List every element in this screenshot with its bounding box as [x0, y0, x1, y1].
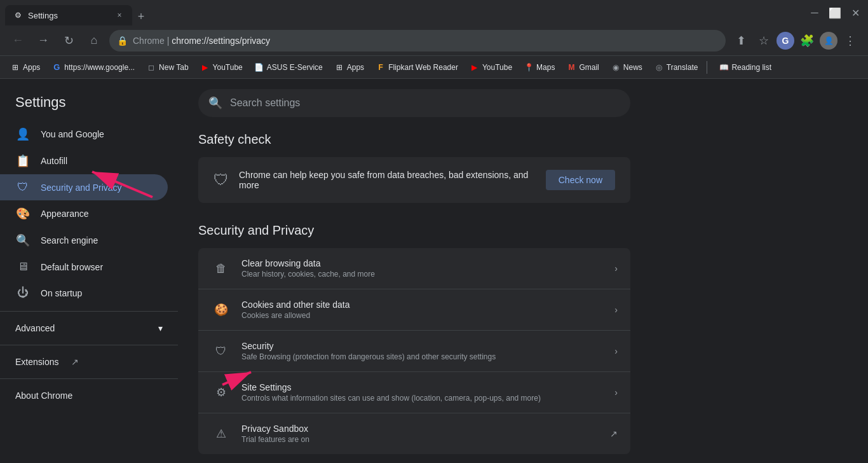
sidebar-item-search-engine[interactable]: 🔍 Search engine	[0, 227, 168, 254]
extensions-external-icon: ↗	[71, 357, 79, 367]
bookmark-asus-label: ASUS E-Service	[267, 63, 323, 72]
address-text: Chrome | chrome://settings/privacy	[133, 36, 718, 46]
bookmark-maps-label: Maps	[536, 63, 555, 72]
sidebar-item-extensions[interactable]: Extensions ↗	[0, 350, 178, 373]
settings-item-privacy-sandbox[interactable]: ⚠ Privacy Sandbox Trial features are on …	[198, 413, 630, 454]
sidebar-item-security-privacy[interactable]: 🛡 Security and Privacy	[0, 174, 168, 200]
settings-item-security[interactable]: 🛡 Security Safe Browsing (protection fro…	[198, 331, 630, 372]
bookmark-news[interactable]: ◉ News	[606, 60, 648, 75]
refresh-button[interactable]: ↻	[58, 31, 79, 51]
safety-check-text: Chrome can help keep you safe from data …	[239, 170, 536, 190]
sidebar-item-about-chrome[interactable]: About Chrome	[0, 384, 168, 407]
startup-icon: ⏻	[15, 286, 31, 300]
bookmark-reading-label: Reading list	[731, 63, 771, 72]
new-tab-button[interactable]: +	[132, 8, 150, 25]
privacy-sandbox-icon: ⚠	[211, 424, 231, 444]
extensions-label: Extensions	[15, 357, 58, 367]
security-shield-icon: 🛡	[211, 341, 231, 361]
reading-list-icon: 📖	[719, 62, 729, 73]
minimize-button[interactable]: ─	[807, 5, 822, 20]
sidebar-item-autofill[interactable]: 📋 Autofill	[0, 148, 168, 174]
tab-favicon: ⚙	[13, 10, 23, 20]
settings-sidebar: Settings 👤 You and Google 📋 Autofill 🛡 S…	[0, 79, 178, 463]
bookmark-youtube2[interactable]: ▶ YouTube	[465, 60, 517, 75]
bookmark-reading-list[interactable]: 📖 Reading list	[714, 60, 776, 75]
bookmark-apps1-label: Apps	[23, 63, 40, 72]
sidebar-item-you-google[interactable]: 👤 You and Google	[0, 121, 168, 148]
bookmark-google[interactable]: G https://www.google...	[46, 60, 140, 75]
bookmark-asus[interactable]: 📄 ASUS E-Service	[249, 60, 328, 75]
window-controls: ─ ⬜ ✕	[807, 5, 863, 20]
bookmark-youtube1-label: YouTube	[213, 63, 243, 72]
bookmark-apps1[interactable]: ⊞ Apps	[5, 60, 45, 75]
bookmark-button[interactable]: ☆	[754, 31, 774, 51]
about-chrome-label: About Chrome	[15, 390, 72, 401]
profile-button[interactable]: G	[776, 32, 794, 50]
bookmark-youtube1[interactable]: ▶ YouTube	[195, 60, 248, 75]
news-icon: ◉	[611, 62, 621, 73]
sidebar-advanced-section[interactable]: Advanced ▾	[0, 317, 178, 340]
search-input[interactable]	[230, 97, 620, 109]
shield-icon: 🛡	[15, 181, 31, 194]
privacy-sandbox-desc: Trial features are on	[241, 435, 600, 444]
privacy-sandbox-content: Privacy Sandbox Trial features are on	[241, 424, 600, 444]
sidebar-item-default-browser[interactable]: 🖥 Default browser	[0, 254, 168, 280]
back-button[interactable]: ←	[8, 31, 28, 51]
security-privacy-title: Security and Privacy	[198, 218, 848, 238]
extensions-button[interactable]: 🧩	[797, 31, 817, 51]
close-window-button[interactable]: ✕	[848, 5, 863, 20]
sidebar-item-on-startup[interactable]: ⏻ On startup	[0, 280, 168, 306]
navigation-bar: ← → ↻ ⌂ 🔒 Chrome | chrome://settings/pri…	[0, 25, 868, 56]
youtube2-icon: ▶	[470, 62, 480, 73]
bookmark-newtab-label: New Tab	[159, 63, 188, 72]
bookmark-translate-label: Translate	[667, 63, 698, 72]
sidebar-divider-2	[0, 345, 178, 345]
flipkart-icon: F	[376, 62, 386, 73]
safety-check-card: 🛡 Chrome can help keep you safe from dat…	[198, 157, 630, 203]
active-tab[interactable]: ⚙ Settings ×	[5, 5, 132, 25]
sidebar-label-security-privacy: Security and Privacy	[41, 183, 122, 193]
settings-list: 🗑 Clear browsing data Clear history, coo…	[198, 248, 630, 454]
settings-title: Settings	[0, 89, 178, 121]
privacy-sandbox-external-icon: ↗	[610, 429, 618, 439]
advanced-label: Advanced	[15, 323, 55, 333]
home-button[interactable]: ⌂	[84, 31, 104, 51]
bookmark-apps2[interactable]: ⊞ Apps	[329, 60, 369, 75]
youtube1-icon: ▶	[200, 62, 210, 73]
settings-item-site-settings[interactable]: ⚙ Site Settings Controls what informatio…	[198, 372, 630, 413]
cookies-icon: 🍪	[211, 300, 231, 320]
tab-bar: ⚙ Settings × +	[5, 0, 802, 25]
address-bar[interactable]: 🔒 Chrome | chrome://settings/privacy	[109, 30, 726, 52]
sidebar-label-autofill: Autofill	[41, 156, 67, 166]
share-button[interactable]: ⬆	[731, 31, 751, 51]
check-now-button[interactable]: Check now	[546, 170, 615, 190]
search-icon: 🔍	[208, 96, 222, 110]
profile-avatar[interactable]: 👤	[820, 32, 837, 50]
safety-shield-icon: 🛡	[214, 171, 229, 189]
bookmark-translate[interactable]: ◎ Translate	[649, 60, 703, 75]
bookmark-flipkart[interactable]: F Flipkart Web Reader	[370, 60, 463, 75]
sidebar-item-appearance[interactable]: 🎨 Appearance	[0, 200, 168, 227]
maximize-button[interactable]: ⬜	[827, 5, 843, 20]
trash-icon: 🗑	[211, 258, 231, 279]
apps1-icon: ⊞	[10, 62, 20, 73]
bookmark-google-label: https://www.google...	[64, 63, 135, 72]
bookmark-maps[interactable]: 📍 Maps	[519, 60, 560, 75]
forward-button[interactable]: →	[33, 31, 53, 51]
google-icon: G	[51, 62, 62, 73]
bookmark-gmail[interactable]: M Gmail	[561, 60, 604, 75]
settings-item-clear-browsing[interactable]: 🗑 Clear browsing data Clear history, coo…	[198, 248, 630, 289]
safety-check-title: Safety check	[198, 127, 848, 147]
bookmark-newtab[interactable]: ◻ New Tab	[141, 60, 193, 75]
gmail-icon: M	[566, 62, 576, 73]
settings-item-cookies[interactable]: 🍪 Cookies and other site data Cookies ar…	[198, 289, 630, 331]
maps-icon: 📍	[524, 62, 534, 73]
security-title: Security	[241, 341, 604, 351]
lock-icon: 🔒	[117, 36, 128, 46]
search-bar[interactable]: 🔍	[198, 89, 630, 117]
search-container: 🔍	[178, 79, 868, 127]
tab-close-button[interactable]: ×	[114, 10, 125, 20]
clear-browsing-desc: Clear history, cookies, cache, and more	[241, 270, 604, 279]
more-button[interactable]: ⋮	[840, 31, 860, 51]
appearance-icon: 🎨	[15, 207, 31, 221]
